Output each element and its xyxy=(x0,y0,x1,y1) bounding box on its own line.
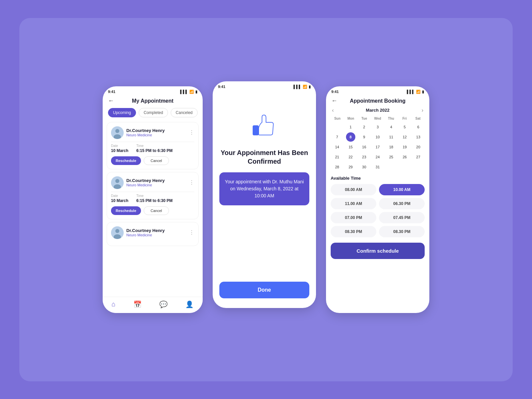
date-time-row-1: Date 10 March Time 6:15 PM to 6:30 PM xyxy=(111,144,194,153)
cal-day-14[interactable]: 14 xyxy=(332,142,342,152)
time-slot-5[interactable]: 07.45 PM xyxy=(379,212,425,223)
cal-day-25[interactable]: 25 xyxy=(387,152,396,162)
cancel-btn-2[interactable]: Cancel xyxy=(144,206,169,215)
cal-day-6[interactable]: 6 xyxy=(414,122,423,132)
date-value-1: 10 March xyxy=(111,148,128,153)
signal-icon-2: ▌▌▌ xyxy=(294,85,301,89)
cal-day-27[interactable]: 27 xyxy=(414,152,423,162)
svg-point-1 xyxy=(115,129,119,133)
cal-day-empty-32 xyxy=(387,162,396,172)
reschedule-btn-2[interactable]: Reschedule xyxy=(111,206,141,215)
cal-day-29[interactable]: 29 xyxy=(346,162,355,172)
cal-next-btn[interactable]: › xyxy=(420,107,425,113)
p1-header: ← My Appointment xyxy=(103,95,203,107)
time-slot-3[interactable]: 06.30 PM xyxy=(379,198,425,209)
tab-upcoming[interactable]: Upcoming xyxy=(108,108,136,117)
available-time-label: Available Time xyxy=(331,176,425,181)
cal-day-31[interactable]: 31 xyxy=(373,162,382,172)
nav-chat-icon[interactable]: 💬 xyxy=(159,300,168,308)
cal-day-7[interactable]: 7 xyxy=(332,132,342,142)
cal-day-30[interactable]: 30 xyxy=(359,162,369,172)
date-label-2: Date xyxy=(111,194,128,198)
more-options-3[interactable]: ⋮ xyxy=(189,229,194,236)
cal-day-2[interactable]: 2 xyxy=(359,122,369,132)
cal-day-19[interactable]: 19 xyxy=(400,142,409,152)
cal-day-24[interactable]: 24 xyxy=(373,152,382,162)
nav-calendar-icon[interactable]: 📅 xyxy=(133,300,142,308)
p1-title: My Appointment xyxy=(132,98,174,104)
back-arrow-1[interactable]: ← xyxy=(108,97,114,104)
time-value-2: 6:15 PM to 6:30 PM xyxy=(136,198,173,203)
doc-specialty-3: Neuro Medicine xyxy=(126,233,186,237)
cal-day-names: Sun Mon Tue Wed Thu Fri Sat xyxy=(331,116,425,121)
cal-day-15[interactable]: 15 xyxy=(346,142,355,152)
time-slot-1[interactable]: 10.00 AM xyxy=(379,184,425,195)
cal-day-3[interactable]: 3 xyxy=(373,122,382,132)
signal-icon-3: ▌▌▌ xyxy=(407,90,415,94)
appointment-card-3: Dr.Courtney Henry Neuro Medicine ⋮ xyxy=(107,222,199,246)
status-bar-1: 9:41 ▌▌▌ 📶 ▮ xyxy=(103,86,203,95)
cal-day-17[interactable]: 17 xyxy=(373,142,382,152)
time-slot-7[interactable]: 08.30 PM xyxy=(379,226,425,237)
cal-day-23[interactable]: 23 xyxy=(359,152,369,162)
card-actions-1: Reschedule Cancel xyxy=(111,156,194,165)
cal-day-28[interactable]: 28 xyxy=(332,162,342,172)
doc-name-2: Dr.Courtney Henry xyxy=(126,178,186,183)
cal-day-20[interactable]: 20 xyxy=(414,142,423,152)
day-wed: Wed xyxy=(371,116,384,121)
cal-day-11[interactable]: 11 xyxy=(387,132,396,142)
day-mon: Mon xyxy=(344,116,357,121)
card-actions-2: Reschedule Cancel xyxy=(111,206,194,215)
more-options-2[interactable]: ⋮ xyxy=(189,179,194,186)
thumbs-up-illustration xyxy=(249,110,279,142)
doc-avatar-3 xyxy=(111,226,124,239)
svg-rect-9 xyxy=(253,125,259,135)
battery-icon: ▮ xyxy=(195,90,197,94)
cal-day-21[interactable]: 21 xyxy=(332,152,342,162)
cal-day-12[interactable]: 12 xyxy=(400,132,409,142)
nav-profile-icon[interactable]: 👤 xyxy=(185,300,194,308)
time-slot-6[interactable]: 08.30 PM xyxy=(331,226,376,237)
time-slot-0[interactable]: 08.00 AM xyxy=(331,184,376,195)
day-fri: Fri xyxy=(398,116,411,121)
status-bar-2: 9:41 ▌▌▌ 📶 ▮ xyxy=(213,81,316,90)
day-sun: Sun xyxy=(331,116,344,121)
wifi-icon: 📶 xyxy=(189,90,194,94)
cal-day-9[interactable]: 9 xyxy=(359,132,369,142)
time-slot-2[interactable]: 11.00 AM xyxy=(331,198,376,209)
cal-day-1[interactable]: 1 xyxy=(346,122,355,132)
cal-day-4[interactable]: 4 xyxy=(387,122,396,132)
cal-day-empty-34 xyxy=(414,162,423,172)
reschedule-btn-1[interactable]: Reschedule xyxy=(111,156,141,165)
phone-my-appointment: 9:41 ▌▌▌ 📶 ▮ ← My Appointment Upcoming C… xyxy=(103,86,203,313)
battery-icon-3: ▮ xyxy=(422,90,424,94)
status-time-1: 9:41 xyxy=(108,90,115,94)
phone-confirmed: 9:41 ▌▌▌ 📶 ▮ Your Appoinment Has Been Co… xyxy=(213,81,316,308)
cal-day-26[interactable]: 26 xyxy=(400,152,409,162)
cal-day-8[interactable]: 8 xyxy=(346,132,355,142)
divider-2 xyxy=(111,192,194,192)
appointment-card-1: Dr.Courtney Henry Neuro Medicine ⋮ Date … xyxy=(107,122,199,169)
status-time-2: 9:41 xyxy=(218,85,225,89)
time-slot-4[interactable]: 07.00 PM xyxy=(331,212,376,223)
cal-day-10[interactable]: 10 xyxy=(373,132,382,142)
nav-home-icon[interactable]: ⌂ xyxy=(112,300,116,308)
done-button[interactable]: Done xyxy=(219,282,309,298)
tab-canceled[interactable]: Canceled xyxy=(171,108,198,117)
back-arrow-3[interactable]: ← xyxy=(331,97,337,104)
cal-day-22[interactable]: 22 xyxy=(346,152,355,162)
divider-1 xyxy=(111,142,194,142)
more-options-1[interactable]: ⋮ xyxy=(189,129,194,136)
date-time-row-2: Date 10 March Time 6:15 PM to 6:30 PM xyxy=(111,194,194,203)
cal-prev-btn[interactable]: ‹ xyxy=(331,107,335,113)
confirm-btn-wrap: Confirm schedule xyxy=(326,239,429,264)
cal-day-18[interactable]: 18 xyxy=(387,142,396,152)
tab-completed[interactable]: Completed xyxy=(139,108,168,117)
cancel-btn-1[interactable]: Cancel xyxy=(144,156,169,165)
battery-icon-2: ▮ xyxy=(309,85,311,89)
cal-day-16[interactable]: 16 xyxy=(359,142,369,152)
confirm-schedule-button[interactable]: Confirm schedule xyxy=(331,243,425,259)
cal-day-13[interactable]: 13 xyxy=(414,132,423,142)
cal-day-5[interactable]: 5 xyxy=(400,122,409,132)
svg-point-7 xyxy=(115,229,119,233)
